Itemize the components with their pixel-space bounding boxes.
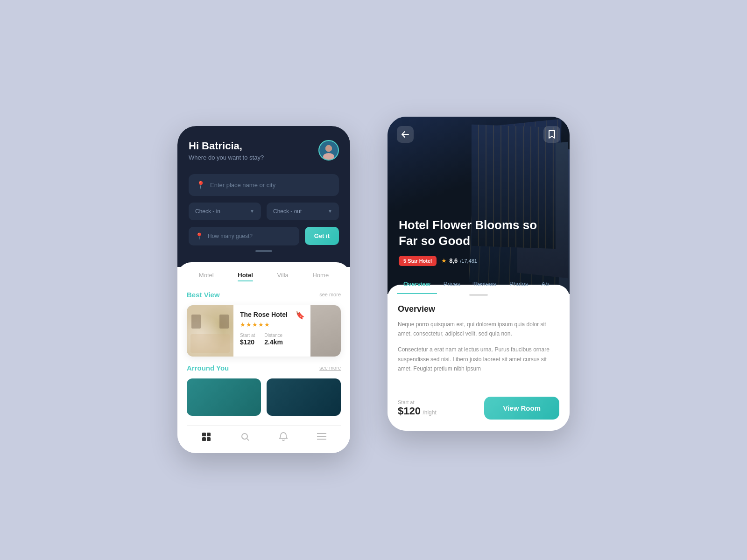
hotel-card-image — [187, 305, 233, 357]
checkin-chevron: ▼ — [250, 209, 254, 214]
star-hotel-badge: 5 Star Hotel — [399, 256, 437, 266]
nav-bell-icon[interactable] — [279, 432, 288, 444]
around-card-1[interactable] — [187, 378, 261, 416]
rating-badge: ★ 8,6 /17,481 — [441, 257, 477, 264]
nav-grid-icon[interactable] — [202, 432, 211, 444]
hotel-meta: Start at $120 Distance 2.4km — [240, 333, 304, 346]
nav-menu-icon[interactable] — [317, 432, 326, 444]
date-row: Check - in ▼ Check - out ▼ — [189, 203, 339, 220]
around-grid — [187, 378, 341, 423]
view-room-button[interactable]: View Room — [484, 397, 559, 420]
back-button[interactable] — [397, 126, 414, 143]
best-view-see-more[interactable]: see more — [319, 292, 341, 297]
hotel-stars: ★★★★★ — [240, 321, 304, 328]
svg-rect-5 — [207, 433, 211, 436]
hotel-card[interactable]: The Rose Hotel ★★★★★ Start at $120 Dista… — [187, 305, 341, 357]
overview-text-2: Consectetur a erat nam at lectus urna. P… — [398, 345, 559, 373]
avatar — [318, 140, 339, 161]
hotel-distance: 2.4km — [264, 338, 283, 346]
guest-row: 📍 Get it — [189, 227, 339, 245]
hotel-card-info: The Rose Hotel ★★★★★ Start at $120 Dista… — [233, 305, 310, 357]
get-it-button[interactable]: Get it — [305, 227, 339, 245]
hotel-bookmark-icon[interactable]: 🔖 — [296, 311, 305, 320]
hero-badges: 5 Star Hotel ★ 8,6 /17,481 — [399, 256, 558, 266]
svg-rect-6 — [202, 437, 206, 441]
phone1-top: Hi Batricia, Where do you want to stay? … — [177, 126, 350, 267]
svg-rect-4 — [202, 433, 206, 436]
footer-price: $120 — [398, 405, 421, 417]
svg-point-3 — [325, 145, 332, 152]
content-scroll-bar — [469, 294, 488, 296]
hotel-price: $120 — [240, 338, 254, 346]
rating-count: /17,481 — [460, 258, 477, 264]
footer-price-row: $120 /night — [398, 405, 437, 417]
hotel-side-image — [310, 305, 341, 357]
tab-villa[interactable]: Villa — [277, 272, 288, 281]
per-night-label: /night — [423, 409, 436, 416]
hero-tab-reviews[interactable]: Reviews — [467, 275, 503, 294]
hero-tab-about[interactable]: Ab — [535, 275, 556, 294]
tab-home[interactable]: Home — [312, 272, 329, 281]
distance-label: Distance — [264, 333, 283, 338]
phone2: Hotel Flower Blooms so Far so Good 5 Sta… — [388, 117, 570, 431]
distance-meta: Distance 2.4km — [264, 333, 283, 346]
phone1-header: Hi Batricia, Where do you want to stay? — [189, 140, 339, 161]
guest-location-icon: 📍 — [195, 232, 203, 240]
hero-tabs: Overview Prices Reviews Photos Ab — [388, 275, 570, 294]
overview-title: Overview — [398, 304, 559, 314]
nav-search-icon[interactable] — [240, 432, 250, 444]
bottom-nav — [187, 425, 341, 453]
checkin-select[interactable]: Check - in ▼ — [189, 203, 261, 220]
hero-tab-prices[interactable]: Prices — [437, 275, 467, 294]
phone1: Hi Batricia, Where do you want to stay? … — [177, 126, 350, 453]
around-see-more[interactable]: see more — [319, 365, 341, 371]
svg-rect-7 — [207, 437, 211, 441]
phone1-bottom: Motel Hotel Villa Home Best View see mor… — [177, 262, 350, 453]
best-view-header: Best View see more — [187, 291, 341, 299]
hero-nav — [388, 117, 570, 152]
hotel-card-side — [310, 305, 341, 357]
hero-bookmark-button[interactable] — [543, 126, 560, 143]
around-card-2[interactable] — [267, 378, 341, 416]
around-you-header: Arround You see more — [187, 364, 341, 372]
phone2-hero: Hotel Flower Blooms so Far so Good 5 Sta… — [388, 117, 570, 294]
hotel-hero-title: Hotel Flower Blooms so Far so Good — [399, 217, 558, 249]
start-at-footer-label: Start at — [398, 399, 437, 405]
start-at-label: Start at — [240, 333, 255, 338]
checkin-label: Check - in — [195, 208, 220, 215]
rating-star-icon: ★ — [441, 257, 447, 264]
tab-hotel[interactable]: Hotel — [238, 272, 253, 281]
checkout-label: Check - out — [273, 208, 302, 215]
scroll-bar — [255, 250, 272, 252]
search-input-box[interactable]: 📍 — [189, 174, 339, 196]
best-view-title: Best View — [187, 291, 220, 299]
svg-point-8 — [242, 434, 247, 439]
hero-tab-photos[interactable]: Photos — [503, 275, 535, 294]
price-meta: Start at $120 — [240, 333, 255, 346]
hero-content: Hotel Flower Blooms so Far so Good 5 Sta… — [399, 217, 558, 266]
greeting-block: Hi Batricia, Where do you want to stay? — [189, 140, 264, 161]
rating-number: 8,6 — [449, 257, 458, 264]
checkout-select[interactable]: Check - out ▼ — [267, 203, 339, 220]
greeting-sub: Where do you want to stay? — [189, 154, 264, 161]
location-icon: 📍 — [196, 181, 205, 189]
overview-text-1: Neque porro quisquam est, qui dolorem ip… — [398, 320, 559, 339]
scroll-indicator — [189, 245, 339, 254]
guest-input-box[interactable]: 📍 — [189, 227, 299, 245]
guest-input[interactable] — [208, 233, 293, 239]
price-section: Start at $120 /night — [398, 399, 437, 417]
hero-tab-overview[interactable]: Overview — [397, 275, 437, 294]
category-tabs: Motel Hotel Villa Home — [187, 272, 341, 281]
tab-motel[interactable]: Motel — [199, 272, 214, 281]
svg-line-9 — [247, 438, 249, 441]
phone2-content: Overview Neque porro quisquam est, qui d… — [388, 285, 570, 390]
around-you-section: Arround You see more — [187, 364, 341, 423]
phone2-footer: Start at $120 /night View Room — [388, 389, 570, 431]
hotel-name: The Rose Hotel — [240, 311, 304, 318]
around-you-title: Arround You — [187, 364, 229, 372]
search-input[interactable] — [210, 182, 331, 189]
greeting-name: Hi Batricia, — [189, 140, 264, 152]
checkout-chevron: ▼ — [328, 209, 332, 214]
